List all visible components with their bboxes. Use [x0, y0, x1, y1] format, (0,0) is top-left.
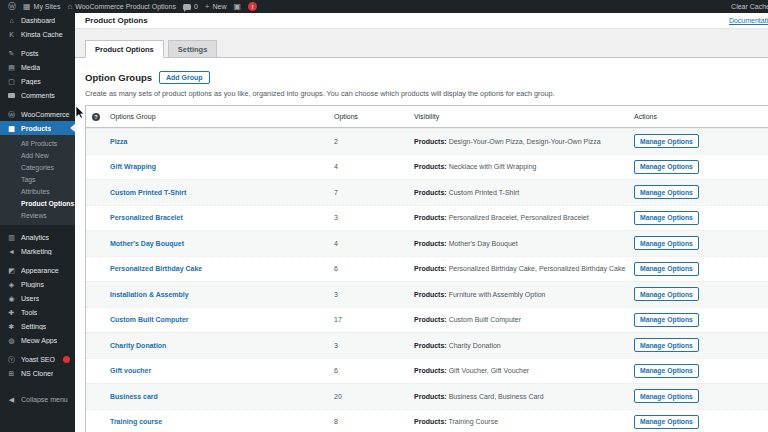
- section-description: Create as many sets of product options a…: [75, 84, 768, 98]
- sidebar-item-settings[interactable]: ✱ Settings: [0, 319, 75, 333]
- sidebar-item-posts[interactable]: ✎ Posts: [0, 46, 75, 60]
- plugins-icon: ◈: [7, 281, 16, 288]
- sidebar-label-pages: Pages: [21, 78, 41, 85]
- products-label: Products:: [414, 316, 447, 323]
- products-label: Products:: [414, 342, 447, 349]
- table-row: Personalized Bracelet 3 Products: Person…: [86, 205, 768, 231]
- sidebar-label-marketing: Marketing: [21, 248, 52, 255]
- option-group-link[interactable]: Training course: [110, 418, 162, 425]
- sidebar-item-products[interactable]: ▦ Products: [0, 121, 75, 135]
- products-list: Charity Donation: [449, 342, 501, 349]
- option-group-link[interactable]: Custom Printed T-Shirt: [110, 189, 186, 196]
- table-row: Gift Wrapping 4 Products: Necklace with …: [86, 154, 768, 180]
- my-sites-menu[interactable]: ▦ My Sites: [23, 3, 60, 11]
- col-header-actions: Actions: [634, 113, 768, 120]
- products-list: Custom Printed T-Shirt: [449, 189, 520, 196]
- option-group-link[interactable]: Business card: [110, 393, 158, 400]
- products-label: Products:: [414, 138, 447, 145]
- manage-options-button[interactable]: Manage Options: [634, 211, 699, 225]
- manage-options-button[interactable]: Manage Options: [634, 313, 699, 327]
- sidebar-item-tools[interactable]: ✚ Tools: [0, 305, 75, 319]
- options-count: 4: [334, 240, 414, 247]
- submenu-item-categories[interactable]: Categories: [0, 161, 75, 173]
- manage-options-button[interactable]: Manage Options: [634, 262, 699, 276]
- products-list: Personalized Bracelet, Personalized Brac…: [449, 214, 589, 221]
- submenu-item-add-new[interactable]: Add New: [0, 149, 75, 161]
- sidebar-item-woocommerce[interactable]: Ⓦ WooCommerce: [0, 107, 75, 121]
- table-row: Personalized Birthday Cake 6 Products: P…: [86, 256, 768, 282]
- woocommerce-icon: Ⓦ: [7, 111, 16, 118]
- manage-options-button[interactable]: Manage Options: [634, 185, 699, 199]
- analytics-icon: ▥: [7, 234, 16, 241]
- marketing-icon: ◄: [7, 248, 16, 255]
- col-header-visibility: Visibility: [414, 113, 634, 120]
- sidebar-item-users[interactable]: ◉ Users: [0, 291, 75, 305]
- comments-menu[interactable]: 0: [183, 3, 198, 10]
- sidebar-item-yoast-seo[interactable]: Ⓨ Yoast SEO: [0, 352, 75, 366]
- options-count: 20: [334, 393, 414, 400]
- submenu-item-all-products[interactable]: All Products: [0, 137, 75, 149]
- option-group-link[interactable]: Custom Built Computer: [110, 316, 189, 323]
- collapse-label: Collapse menu: [21, 396, 68, 403]
- sidebar-label-woocommerce: WooCommerce: [21, 111, 70, 118]
- sidebar-item-dashboard[interactable]: ⌂ Dashboard: [0, 13, 75, 27]
- products-list: Gift Voucher, Gift Voucher: [449, 367, 530, 374]
- sidebar-item-marketing[interactable]: ◄ Marketing: [0, 244, 75, 258]
- manage-options-button[interactable]: Manage Options: [634, 364, 699, 378]
- manage-options-button[interactable]: Manage Options: [634, 415, 699, 429]
- option-group-link[interactable]: Personalized Bracelet: [110, 214, 183, 221]
- add-group-button[interactable]: Add Group: [159, 71, 210, 84]
- manage-options-button[interactable]: Manage Options: [634, 338, 699, 352]
- help-icon[interactable]: ?: [92, 113, 100, 121]
- site-name-menu[interactable]: ⌂ WooCommerce Product Options: [67, 3, 175, 11]
- appearance-icon: ◩: [7, 267, 16, 274]
- col-header-options-group: Options Group: [110, 113, 334, 120]
- table-row: Mother's Day Bouquet 4 Products: Mother'…: [86, 230, 768, 256]
- option-group-link[interactable]: Installation & Assembly: [110, 291, 189, 298]
- manage-options-button[interactable]: Manage Options: [634, 134, 699, 148]
- submenu-item-attributes[interactable]: Attributes: [0, 185, 75, 197]
- sidebar-item-pages[interactable]: ▢ Pages: [0, 74, 75, 88]
- manage-options-button[interactable]: Manage Options: [634, 389, 699, 403]
- notification-icon[interactable]: ▣: [233, 3, 241, 11]
- option-groups-table: ? Options Group Options Visibility Actio…: [85, 105, 768, 432]
- manage-options-button[interactable]: Manage Options: [634, 160, 699, 174]
- sidebar-item-appearance[interactable]: ◩ Appearance: [0, 263, 75, 277]
- section-header-row: Option Groups Add Group: [75, 58, 768, 84]
- products-submenu: All Products Add New Categories Tags Att…: [0, 135, 75, 225]
- wordpress-logo-icon[interactable]: Ⓦ: [8, 3, 16, 11]
- submenu-item-tags[interactable]: Tags: [0, 173, 75, 185]
- table-row: Training course 8 Products: Training Cou…: [86, 409, 768, 432]
- sidebar-item-media[interactable]: ▤ Media: [0, 60, 75, 74]
- sidebar-item-plugins[interactable]: ◈ Plugins: [0, 277, 75, 291]
- collapse-menu-button[interactable]: ◀ Collapse menu: [0, 392, 75, 406]
- submenu-item-reviews[interactable]: Reviews: [0, 209, 75, 221]
- option-group-link[interactable]: Gift Wrapping: [110, 163, 156, 170]
- options-count: 3: [334, 291, 414, 298]
- manage-options-button[interactable]: Manage Options: [634, 287, 699, 301]
- sidebar-item-comments[interactable]: Comments: [0, 88, 75, 102]
- visibility-cell: Products: Personalized Birthday Cake, Pe…: [414, 265, 634, 272]
- option-group-link[interactable]: Gift voucher: [110, 367, 151, 374]
- documentation-link[interactable]: Documentation: [729, 17, 768, 24]
- option-group-link[interactable]: Pizza: [110, 138, 128, 145]
- option-group-link[interactable]: Mother's Day Bouquet: [110, 240, 184, 247]
- new-content-menu[interactable]: + New: [205, 3, 227, 11]
- clear-cache-button[interactable]: Clear Cache: [731, 3, 768, 10]
- tab-settings[interactable]: Settings: [168, 40, 218, 58]
- visibility-cell: Products: Necklace with Gift Wrapping: [414, 163, 634, 170]
- comments-bubble-icon: [183, 4, 191, 10]
- table-row: Gift voucher 6 Products: Gift Voucher, G…: [86, 358, 768, 384]
- option-group-link[interactable]: Charity Donation: [110, 342, 166, 349]
- sidebar-item-analytics[interactable]: ▥ Analytics: [0, 230, 75, 244]
- sidebar-item-kinsta-cache[interactable]: K Kinsta Cache: [0, 27, 75, 41]
- manage-options-button[interactable]: Manage Options: [634, 236, 699, 250]
- option-group-link[interactable]: Personalized Birthday Cake: [110, 265, 202, 272]
- notification-badge[interactable]: !: [248, 2, 257, 11]
- col-header-options: Options: [334, 113, 414, 120]
- submenu-item-product-options[interactable]: Product Options: [0, 197, 75, 209]
- sidebar-item-ns-cloner[interactable]: ⊞ NS Cloner: [0, 366, 75, 380]
- sidebar-label-plugins: Plugins: [21, 281, 44, 288]
- tab-product-options[interactable]: Product Options: [85, 40, 164, 58]
- sidebar-item-meow-apps[interactable]: ◍ Meow Apps: [0, 333, 75, 347]
